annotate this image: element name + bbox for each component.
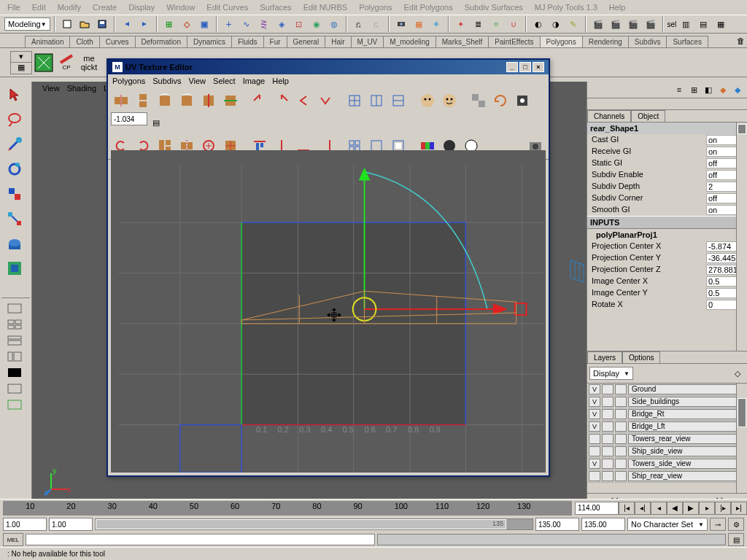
uv-menu-polygons[interactable]: Polygons: [112, 77, 145, 85]
layers-tab[interactable]: Layers: [587, 351, 622, 363]
channel-icon2[interactable]: ⊞: [687, 83, 700, 96]
play-back-icon[interactable]: ◀: [667, 502, 683, 515]
menu-edit-nurbs[interactable]: Edit NURBS: [299, 1, 352, 13]
redo-icon[interactable]: [136, 16, 152, 32]
open-scene-icon[interactable]: [77, 16, 93, 32]
uv-face1-icon[interactable]: [417, 90, 438, 111]
uv-sel-left-icon[interactable]: [293, 90, 314, 111]
uv-grid1-icon[interactable]: [344, 90, 365, 111]
charset-dropdown[interactable]: No Character Set▼: [627, 518, 708, 531]
shelf-tab-fluids[interactable]: Fluids: [231, 36, 264, 47]
snap-curve-icon[interactable]: ∿: [239, 16, 255, 32]
layer-color-swatch[interactable]: [615, 446, 627, 456]
layout-four-icon[interactable]: [1, 317, 28, 332]
channel-icon1[interactable]: ≡: [673, 83, 686, 96]
uv-sel-down-icon[interactable]: [315, 90, 336, 111]
shelf-tab-general[interactable]: General: [287, 36, 326, 47]
uv-menu-help[interactable]: Help: [272, 77, 289, 85]
uv-menu-select[interactable]: Select: [213, 77, 236, 85]
layer-type-toggle[interactable]: [602, 459, 614, 469]
shelf-tab-muv[interactable]: M_UV: [351, 36, 384, 47]
uv-sel-shell-icon[interactable]: [249, 90, 270, 111]
autokey-icon[interactable]: ⊸: [710, 518, 726, 531]
goto-end-icon[interactable]: ▸|: [731, 502, 747, 515]
snap-live-icon[interactable]: ⊡: [291, 16, 307, 32]
menu-help[interactable]: Help: [605, 1, 630, 13]
layer-row[interactable]: Ship_rear_view: [587, 470, 747, 483]
minimize-icon[interactable]: _: [506, 62, 518, 72]
layer-color-swatch[interactable]: [615, 421, 627, 432]
menu-subdiv-surfaces[interactable]: Subdiv Surfaces: [460, 1, 527, 13]
layer-name-label[interactable]: Side_buildings: [628, 397, 746, 407]
move-tool-icon[interactable]: [1, 133, 28, 156]
mel-toggle[interactable]: MEL: [3, 533, 23, 546]
lasso-tool-icon[interactable]: [1, 108, 28, 131]
layer-type-toggle[interactable]: [602, 409, 614, 419]
history-off-icon[interactable]: ⎌: [368, 16, 384, 32]
range-start-field[interactable]: 1.00: [3, 518, 47, 531]
layer-type-toggle[interactable]: [602, 446, 614, 456]
shelf-tab-painteffects[interactable]: PaintEffects: [488, 36, 540, 47]
uv-rotate-ccw-icon[interactable]: [155, 90, 175, 111]
layer-name-label[interactable]: Ship_rear_view: [628, 471, 746, 481]
layer-visibility-toggle[interactable]: V: [589, 409, 600, 419]
layer-row[interactable]: VBridge_Rt: [587, 408, 747, 421]
uv-sel-border-icon[interactable]: [271, 90, 292, 111]
step-back-icon[interactable]: ◂: [651, 502, 667, 515]
layer-row[interactable]: VTowers_side_view: [587, 458, 747, 470]
rotate-tool-icon[interactable]: [1, 158, 28, 181]
layer-type-toggle[interactable]: [602, 384, 614, 394]
ipr-icon[interactable]: ▦: [411, 16, 427, 32]
tool-b-icon[interactable]: ◑: [548, 16, 564, 32]
menu-surfaces[interactable]: Surfaces: [255, 1, 295, 13]
menu-polygons[interactable]: Polygons: [355, 1, 396, 13]
shelf-tab-mmodeling[interactable]: M_modeling: [383, 36, 436, 47]
uv-sew-icon[interactable]: [220, 90, 241, 111]
menu-edit[interactable]: Edit: [28, 1, 50, 13]
menu-edit-polygons[interactable]: Edit Polygons: [399, 1, 457, 13]
uv-titlebar[interactable]: M UV Texture Editor _ □ ×: [108, 60, 549, 74]
menu-create[interactable]: Create: [88, 1, 121, 13]
uv-grid3-icon[interactable]: [388, 90, 409, 111]
clapper2-icon[interactable]: 🎬: [608, 16, 624, 32]
uv-apply-icon[interactable]: ▤: [149, 112, 163, 133]
layers-options-tab[interactable]: Options: [622, 351, 660, 363]
snap-plane-icon[interactable]: ◈: [274, 16, 290, 32]
shelf-tab-deformation[interactable]: Deformation: [135, 36, 187, 47]
shelf-tab-rendering[interactable]: Rendering: [582, 36, 629, 47]
menu-file[interactable]: File: [3, 1, 25, 13]
layer-color-swatch[interactable]: [615, 409, 627, 419]
range-end-field[interactable]: 135.00: [581, 518, 625, 531]
channel-icon5[interactable]: ◆: [731, 83, 744, 96]
shelf-tab-marks-shelf[interactable]: Marks_Shelf: [436, 36, 489, 47]
hypershade-icon[interactable]: ✦: [453, 16, 469, 32]
clapper4-icon[interactable]: 🎬: [643, 16, 659, 32]
step-back-key-icon[interactable]: ◂|: [635, 502, 651, 515]
select-component-icon[interactable]: ▣: [196, 16, 212, 32]
maximize-icon[interactable]: □: [519, 62, 531, 72]
layer-name-label[interactable]: Ship_side_view: [628, 446, 746, 456]
show-manip-tool-icon[interactable]: [1, 257, 28, 280]
lock-icon[interactable]: ◍: [326, 16, 342, 32]
shelf-tab-hair[interactable]: Hair: [325, 36, 351, 47]
input-node-name[interactable]: polyPlanarProj1: [587, 229, 747, 241]
layer-visibility-toggle[interactable]: [589, 471, 600, 481]
playback-start-field[interactable]: 1.00: [49, 518, 93, 531]
layer-type-toggle[interactable]: [602, 434, 614, 444]
uv-canvas[interactable]: 0.10.20.3 0.40.50.6 0.70.80.9: [111, 150, 546, 472]
menu-window[interactable]: Window: [162, 1, 199, 13]
time-ruler[interactable]: 102030405060708090100110120130: [3, 501, 572, 516]
magnet-icon[interactable]: ∪: [506, 16, 522, 32]
uv-grid2-icon[interactable]: [366, 90, 387, 111]
menu-mj-poly-tools[interactable]: MJ Poly Tools 1.3: [530, 1, 602, 13]
uv-menu-view[interactable]: View: [188, 77, 206, 85]
layout-variant3-icon[interactable]: [1, 365, 28, 380]
shelf-button-cp[interactable]: CP: [55, 52, 77, 74]
layer-scrollbar[interactable]: [736, 384, 747, 493]
layer-row[interactable]: Ship_side_view: [587, 446, 747, 458]
layer-color-swatch[interactable]: [615, 471, 627, 481]
layout-variant2-icon[interactable]: [1, 349, 28, 364]
layer-type-toggle[interactable]: [602, 397, 614, 407]
layer-color-swatch[interactable]: [615, 384, 627, 394]
uv-menu-image[interactable]: Image: [243, 77, 266, 85]
